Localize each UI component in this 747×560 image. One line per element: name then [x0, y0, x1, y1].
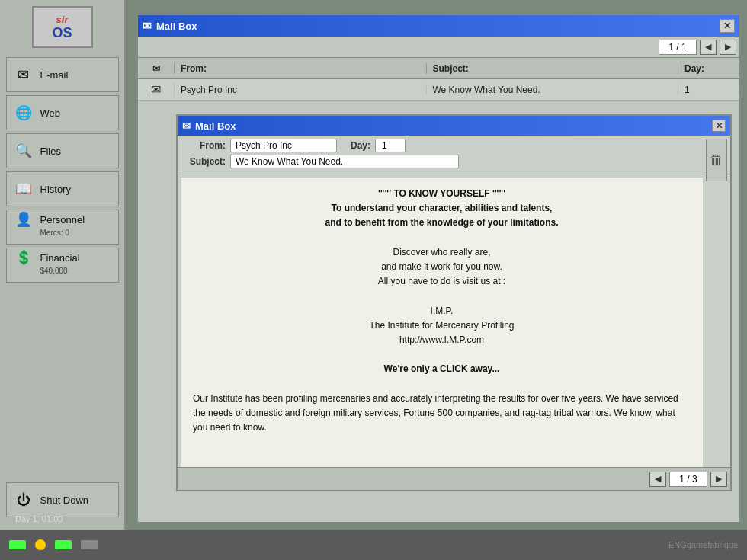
- sidebar-item-files[interactable]: 🔍 Files: [6, 133, 119, 168]
- sidebar-item-shutdown[interactable]: ⏻ Shut Down: [6, 482, 119, 517]
- outer-titlebar: ✉ Mail Box ✕: [138, 15, 739, 37]
- table-header-icon: ✉: [138, 63, 175, 74]
- day-info: Day 1, 01:00: [15, 514, 63, 523]
- mail-body: '""' TO KNOW YOURSELF '""' To understand…: [181, 178, 703, 475]
- row-icon-cell: ✉: [138, 82, 175, 97]
- personnel-icon: 👤: [13, 210, 34, 229]
- body-line-6: All you have to do is visit us at :: [193, 274, 691, 289]
- green-indicator-2: [55, 540, 72, 549]
- sidebar-item-web[interactable]: 🌐 Web: [6, 95, 119, 130]
- outer-prev-button[interactable]: ◀: [700, 40, 717, 55]
- outer-close-button[interactable]: ✕: [720, 19, 735, 33]
- sidebar-item-personnel[interactable]: 👤 Personnel Mercs: 0: [6, 210, 119, 245]
- table-header: ✉ From: Subject: Day:: [138, 58, 739, 79]
- green-indicator: [9, 540, 26, 549]
- mailbox-inner-window: ✉ Mail Box ✕ From: Psych Pro Inc Day: 1 …: [176, 114, 732, 491]
- body-line-9: http://www.I.M.P.com: [193, 333, 691, 347]
- sidebar-item-label-history: History: [40, 184, 71, 195]
- row-subject: We Know What You Need.: [427, 85, 679, 95]
- day-value: 1: [375, 139, 406, 152]
- body-line-1: '""' TO KNOW YOURSELF '""': [193, 187, 691, 201]
- yellow-indicator: [35, 539, 46, 550]
- subject-value: We Know What You Need.: [230, 155, 459, 168]
- table-row[interactable]: ✉ Psych Pro Inc We Know What You Need. 1: [138, 79, 739, 101]
- from-label: From:: [184, 140, 226, 151]
- subject-row: Subject: We Know What You Need.: [184, 155, 724, 168]
- personnel-sub: Mercs: 0: [13, 229, 69, 237]
- inner-prev-button[interactable]: ◀: [649, 472, 666, 487]
- day-label: Day:: [351, 140, 370, 151]
- gray-indicator: [81, 540, 98, 549]
- main-area: ✉ Mail Box ✕ 1 / 1 ◀ ▶ ✉ From: Subject: …: [126, 0, 747, 530]
- financial-sub: $40,000: [13, 267, 68, 275]
- row-mail-icon: ✉: [151, 82, 161, 97]
- sidebar-item-label-financial: Financial: [40, 252, 80, 264]
- watermark: ENGgamefabrique: [668, 540, 738, 549]
- financial-icon: 💲: [13, 248, 34, 267]
- table-header-subject: Subject:: [427, 63, 679, 74]
- sidebar-item-label-web: Web: [40, 107, 61, 119]
- delete-button[interactable]: 🗑: [706, 139, 727, 181]
- inner-next-button[interactable]: ▶: [710, 472, 727, 487]
- mail-fields: From: Psych Pro Inc Day: 1 Subject: We K…: [178, 136, 730, 174]
- sidebar-item-financial[interactable]: 💲 Financial $40,000: [6, 248, 119, 283]
- body-line-8: The Institute for Mercenary Profiling: [193, 318, 691, 333]
- table-header-day: Day:: [678, 63, 739, 74]
- inner-titlebar: ✉ Mail Box ✕: [178, 116, 730, 136]
- inner-title-icon: ✉: [182, 120, 191, 132]
- outer-window-title: Mail Box: [156, 21, 715, 32]
- row-from: Psych Pro Inc: [175, 85, 427, 95]
- shutdown-icon: ⏻: [13, 491, 34, 509]
- inner-page-display: 1 / 3: [669, 472, 707, 487]
- sidebar-item-history[interactable]: 📖 History: [6, 171, 119, 206]
- body-line-7: I.M.P.: [193, 304, 691, 318]
- sidebar-item-label-files: Files: [40, 146, 61, 157]
- desktop: sir OS ✉ E-mail 🌐 Web 🔍 Files 📖 History …: [0, 0, 747, 530]
- body-line-4: Discover who really are,: [193, 245, 691, 260]
- body-line-2: To understand your character, abilities …: [193, 201, 691, 216]
- files-icon: 🔍: [13, 142, 34, 160]
- os-logo: sir OS: [32, 6, 93, 48]
- os-logo-os: OS: [52, 25, 72, 41]
- sidebar-item-label-personnel: Personnel: [40, 214, 85, 226]
- sidebar-item-label-email: E-mail: [40, 69, 69, 81]
- body-line-5: and make it work for you now.: [193, 260, 691, 274]
- web-icon: 🌐: [13, 104, 34, 122]
- email-icon: ✉: [13, 66, 34, 84]
- inner-window-title: Mail Box: [195, 120, 707, 132]
- sidebar-item-email[interactable]: ✉ E-mail: [6, 57, 119, 92]
- history-icon: 📖: [13, 180, 34, 198]
- mailbox-outer-window: ✉ Mail Box ✕ 1 / 1 ◀ ▶ ✉ From: Subject: …: [136, 14, 741, 523]
- taskbar: ENGgamefabrique: [0, 530, 747, 560]
- outer-page-display: 1 / 1: [659, 40, 697, 55]
- mailbox-title-icon: ✉: [143, 20, 152, 32]
- row-day: 1: [678, 85, 739, 95]
- subject-label: Subject:: [184, 156, 226, 167]
- outer-pagination-bar: 1 / 1 ◀ ▶: [138, 37, 739, 58]
- outer-next-button[interactable]: ▶: [720, 40, 736, 55]
- sidebar: sir OS ✉ E-mail 🌐 Web 🔍 Files 📖 History …: [0, 0, 126, 530]
- body-line-11: Our Institute has been profiling mercena…: [193, 392, 691, 436]
- body-line-3: and to benefit from the knowledge of you…: [193, 216, 691, 230]
- sidebar-item-label-shutdown: Shut Down: [40, 494, 89, 506]
- from-row: From: Psych Pro Inc Day: 1: [184, 139, 724, 152]
- inner-bottom-nav: ◀ 1 / 3 ▶: [178, 467, 730, 490]
- table-header-from: From:: [175, 63, 427, 74]
- body-line-10: We're only a CLICK away...: [193, 362, 691, 376]
- from-value: Psych Pro Inc: [230, 139, 337, 152]
- inner-close-button[interactable]: ✕: [712, 120, 726, 132]
- os-logo-sir: sir: [56, 14, 69, 25]
